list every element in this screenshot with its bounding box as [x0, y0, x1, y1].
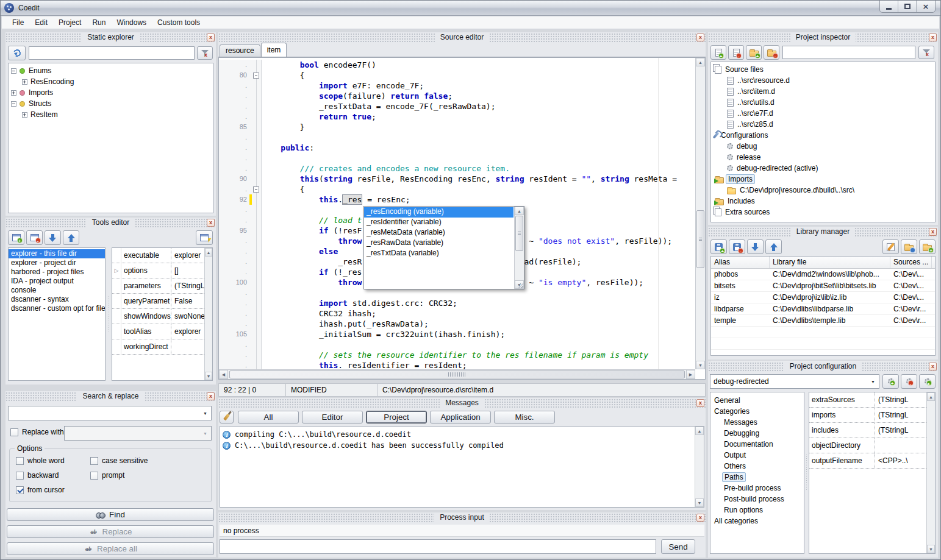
- collapse-icon[interactable]: [11, 68, 16, 74]
- config-property-extrasources[interactable]: extraSources(TStringL: [809, 392, 926, 408]
- expand-icon[interactable]: [22, 112, 27, 118]
- project-inspector-filter-input[interactable]: [782, 46, 915, 59]
- minimize-button[interactable]: [880, 1, 898, 12]
- find-button[interactable]: Find: [7, 508, 214, 521]
- property-value[interactable]: False: [171, 297, 204, 305]
- fold-collapse-icon[interactable]: [253, 186, 259, 193]
- messages-list[interactable]: icompiling C:\...\build\resource.d.coedi…: [220, 426, 704, 508]
- tool-item-console[interactable]: console: [9, 286, 105, 295]
- library-row-bitsets[interactable]: bitsetsC:\Dev\dproj\bitSet\lib\bitsets.l…: [711, 280, 935, 292]
- menu-item-run[interactable]: Run: [87, 17, 111, 28]
- tool-item-harbored-project-files[interactable]: harbored - project files: [9, 268, 105, 277]
- tool-move-up-button[interactable]: [63, 230, 79, 245]
- add-source-button[interactable]: [710, 45, 726, 60]
- tools-grid-scrollbar[interactable]: ▲ ▼: [204, 248, 212, 380]
- scroll-down-icon[interactable]: ▼: [696, 361, 705, 369]
- chevron-down-icon[interactable]: ▼: [200, 407, 210, 419]
- inspector-item-debug[interactable]: debug: [711, 141, 935, 152]
- filter-button-misc[interactable]: Misc.: [494, 411, 555, 424]
- category-messages[interactable]: Messages: [710, 417, 804, 428]
- project-inspector-tree[interactable]: Source files..\src\resource.d..\src\item…: [710, 62, 936, 222]
- configuration-selector[interactable]: debug-redirected ▼: [710, 374, 879, 389]
- completion-item-resmetadata-variable[interactable]: _resMetaData (variable): [364, 228, 513, 238]
- property-row-workingdirect[interactable]: workingDirect: [112, 339, 204, 355]
- configuration-add-button[interactable]: [882, 374, 899, 389]
- checkbox-whole-word[interactable]: [16, 457, 24, 465]
- tree-item-resitem[interactable]: ResItem: [9, 109, 213, 120]
- chevron-down-icon[interactable]: ▼: [868, 375, 878, 388]
- tool-item-dscanner-syntax[interactable]: dscanner - syntax: [9, 295, 105, 304]
- replace-all-button[interactable]: Replace all: [7, 542, 214, 555]
- inspector-item-includes[interactable]: Includes: [711, 196, 935, 207]
- editor-horizontal-scrollbar[interactable]: ◀ ▶: [219, 369, 695, 379]
- library-row-phobos[interactable]: phobosC:\Dev\dmd2\windows\lib\phob...C:\…: [711, 269, 935, 280]
- library-manager-close-button[interactable]: [929, 228, 937, 236]
- fold-collapse-icon[interactable]: [253, 73, 259, 79]
- tab-resource[interactable]: resource: [220, 44, 260, 57]
- expand-icon[interactable]: [11, 90, 16, 96]
- property-value[interactable]: (TStringL: [875, 395, 926, 404]
- search-term-combobox[interactable]: ▼: [8, 406, 212, 420]
- menu-item-edit[interactable]: Edit: [29, 17, 53, 28]
- tool-item-explorer-project-dir[interactable]: explorer - project dir: [9, 258, 105, 268]
- property-value[interactable]: (TStringL: [875, 411, 926, 419]
- tree-item-imports[interactable]: Imports: [9, 87, 213, 98]
- property-value[interactable]: <CPP>..\: [875, 456, 926, 465]
- completion-item-residentifier-variable[interactable]: _resIdentifier (variable): [364, 218, 513, 228]
- menu-item-project[interactable]: Project: [53, 17, 87, 28]
- inspector-item-src-resource-d[interactable]: ..\src\resource.d: [711, 75, 935, 86]
- remove-source-button[interactable]: [728, 45, 744, 60]
- completion-item-resencoding-variable[interactable]: _resEncoding (variable): [364, 207, 513, 218]
- completion-scrollbar[interactable]: ▲ ▼: [514, 207, 524, 289]
- library-row-temple[interactable]: templeC:\Dev\dlibs\temple.libC:\Dev\r...: [711, 315, 935, 327]
- column-header-alias[interactable]: Alias: [711, 257, 770, 268]
- search-replace-close-button[interactable]: [207, 392, 215, 400]
- property-row-toolalias[interactable]: toolAliasexplorer: [112, 324, 204, 339]
- library-row-iz[interactable]: izC:\Dev\dproj\iz\lib\iz.libC:\Dev\...: [711, 292, 935, 303]
- tool-item-explorer-this-file-dir[interactable]: explorer - this file dir: [9, 249, 105, 258]
- library-remove-button[interactable]: [729, 239, 745, 254]
- replace-button[interactable]: Replace: [7, 525, 214, 538]
- library-edit-button[interactable]: [882, 239, 899, 254]
- category-output[interactable]: Output: [710, 450, 804, 461]
- inspector-item-imports[interactable]: Imports: [711, 174, 935, 185]
- library-table[interactable]: AliasLibrary fileSources ...phobosC:\Dev…: [710, 256, 936, 356]
- tree-item-structs[interactable]: Structs: [9, 98, 213, 109]
- category-documentation[interactable]: Documentation: [710, 439, 804, 450]
- category-paths[interactable]: Paths: [710, 472, 804, 483]
- config-property-objectdirectory[interactable]: objectDirectory: [809, 438, 926, 453]
- inspector-item-src-item-d[interactable]: ..\src\item.d: [711, 86, 935, 97]
- scroll-up-icon[interactable]: ▲: [515, 207, 524, 215]
- message-row[interactable]: icompiling C:\...\build\resource.d.coedi…: [220, 429, 704, 440]
- property-value[interactable]: explorer: [171, 251, 204, 260]
- send-button[interactable]: Send: [661, 539, 695, 554]
- category-pre-build-process[interactable]: Pre-build process: [710, 483, 804, 494]
- scroll-right-icon[interactable]: ▶: [686, 370, 695, 379]
- inspector-item-debug-redirected-active[interactable]: debug-redirected (active): [711, 163, 935, 174]
- configuration-property-grid[interactable]: ▲ ▼ extraSources(TStringLimports(TString…: [809, 392, 936, 554]
- scrollbar-thumb[interactable]: [515, 216, 523, 251]
- configuration-run-button[interactable]: [919, 374, 936, 389]
- project-inspector-clear-filter-button[interactable]: [918, 46, 934, 59]
- tools-property-grid[interactable]: ▲ ▼ executableexplorer▷options[]paramete…: [112, 247, 213, 381]
- column-header-library-file[interactable]: Library file: [770, 257, 890, 268]
- property-row-executable[interactable]: executableexplorer: [112, 248, 204, 263]
- configuration-category-tree[interactable]: GeneralCategoriesMessagesDebuggingDocume…: [710, 392, 804, 554]
- filter-button-project[interactable]: Project: [366, 411, 427, 424]
- menu-item-custom-tools[interactable]: Custom tools: [152, 17, 206, 28]
- replace-with-checkbox[interactable]: [10, 428, 18, 436]
- checkbox-backward[interactable]: [16, 472, 24, 480]
- category-categories[interactable]: Categories: [710, 406, 804, 417]
- tree-item-resencoding[interactable]: ResEncoding: [9, 76, 213, 87]
- checkbox-from-cursor[interactable]: [16, 486, 24, 494]
- process-input-close-button[interactable]: [696, 514, 704, 522]
- checkbox-case-sensitive[interactable]: [90, 457, 98, 465]
- config-property-includes[interactable]: includes(TStringL: [809, 423, 926, 438]
- configuration-grid-scrollbar[interactable]: ▲ ▼: [926, 392, 935, 553]
- scroll-up-icon[interactable]: ▲: [696, 58, 705, 66]
- scrollbar-thumb[interactable]: [696, 210, 704, 268]
- property-value[interactable]: []: [171, 266, 204, 275]
- scroll-left-icon[interactable]: ◀: [219, 370, 228, 379]
- scroll-up-icon[interactable]: ▲: [927, 392, 935, 401]
- checkbox-prompt[interactable]: [90, 472, 98, 480]
